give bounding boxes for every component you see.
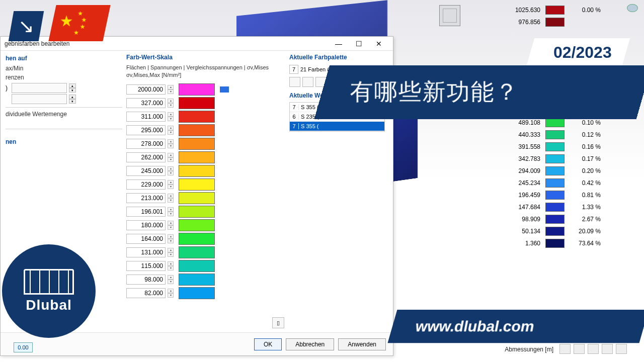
maximize-icon[interactable]: ☐: [349, 37, 369, 50]
scale-row[interactable]: 2000.000▴▾: [126, 83, 283, 97]
list-item[interactable]: 7S 355 (: [290, 122, 384, 131]
step-down-icon[interactable]: ▾: [168, 89, 174, 94]
color-swatch[interactable]: [179, 274, 215, 286]
step-up-icon[interactable]: ▴: [69, 83, 76, 88]
step-down-icon[interactable]: ▾: [168, 103, 174, 108]
scale-value[interactable]: 278.000: [126, 139, 166, 149]
step-down-icon[interactable]: ▾: [168, 280, 174, 284]
palette-tool-icon[interactable]: [289, 77, 300, 87]
corner-value[interactable]: 0.00: [14, 342, 33, 352]
step-down-icon[interactable]: ▾: [168, 252, 174, 257]
scale-value[interactable]: 164.000: [126, 234, 166, 244]
step-down-icon[interactable]: ▾: [168, 130, 174, 135]
scale-row[interactable]: 213.000▴▾: [126, 192, 283, 205]
scale-row[interactable]: 82.000▴▾: [126, 287, 283, 300]
scale-value[interactable]: 131.000: [126, 247, 166, 257]
color-swatch[interactable]: [179, 138, 215, 150]
step-down-icon[interactable]: ▾: [168, 171, 174, 175]
scale-row[interactable]: 262.000▴▾: [126, 151, 283, 164]
scale-value[interactable]: 213.000: [126, 193, 166, 203]
step-up-icon[interactable]: ▴: [168, 166, 174, 171]
scale-value[interactable]: 327.000: [126, 98, 166, 108]
color-swatch[interactable]: [179, 97, 215, 109]
color-swatch[interactable]: [179, 233, 215, 245]
scale-row[interactable]: 327.000▴▾: [126, 97, 283, 110]
color-swatch[interactable]: [179, 124, 215, 136]
step-down-icon[interactable]: ▾: [168, 266, 174, 270]
color-swatch[interactable]: [179, 111, 215, 123]
step-down-icon[interactable]: ▾: [168, 185, 174, 189]
step-up-icon[interactable]: ▴: [168, 112, 174, 117]
step-up-icon[interactable]: ▴: [168, 289, 174, 293]
color-swatch[interactable]: [179, 83, 215, 96]
limit-upper-input[interactable]: [12, 83, 67, 93]
step-down-icon[interactable]: ▾: [69, 88, 76, 93]
step-up-icon[interactable]: ▴: [168, 275, 174, 280]
color-swatch[interactable]: [179, 287, 215, 299]
scale-row[interactable]: 115.000▴▾: [126, 259, 283, 273]
minimize-icon[interactable]: —: [329, 37, 349, 50]
step-down-icon[interactable]: ▾: [69, 99, 76, 104]
tool-icon[interactable]: [602, 344, 613, 354]
scale-row[interactable]: 278.000▴▾: [126, 137, 283, 151]
step-down-icon[interactable]: ▾: [168, 212, 174, 216]
scale-list[interactable]: 2000.000▴▾327.000▴▾311.000▴▾295.000▴▾278…: [126, 83, 285, 320]
tool-icon[interactable]: [559, 344, 571, 354]
scale-row[interactable]: 131.000▴▾: [126, 246, 283, 259]
color-swatch[interactable]: [179, 246, 215, 258]
color-swatch[interactable]: [179, 260, 215, 272]
option-individual[interactable]: dividuelle Wertemenge: [6, 111, 122, 118]
view-cube[interactable]: [439, 5, 460, 26]
step-up-icon[interactable]: ▴: [168, 248, 174, 252]
scale-value[interactable]: 311.000: [126, 112, 166, 122]
palette-tool-icon[interactable]: [302, 77, 313, 87]
step-up-icon[interactable]: ▴: [168, 126, 174, 130]
step-up-icon[interactable]: ▴: [168, 261, 174, 266]
step-up-icon[interactable]: ▴: [168, 153, 174, 157]
scale-value[interactable]: 295.000: [126, 125, 166, 135]
close-icon[interactable]: ✕: [369, 37, 389, 50]
step-up-icon[interactable]: ▴: [168, 139, 174, 144]
scale-value[interactable]: 262.000: [126, 152, 166, 162]
scale-row[interactable]: 164.000▴▾: [126, 232, 283, 246]
scale-row[interactable]: 311.000▴▾: [126, 110, 283, 124]
color-swatch[interactable]: [179, 165, 215, 177]
visibility-icon[interactable]: [627, 4, 638, 12]
color-swatch[interactable]: [179, 206, 215, 218]
step-up-icon[interactable]: ▴: [168, 99, 174, 103]
color-swatch[interactable]: [179, 219, 215, 231]
limit-upper-spinner[interactable]: ) ▴▾: [6, 83, 122, 93]
step-down-icon[interactable]: ▾: [168, 225, 174, 230]
ok-button[interactable]: OK: [254, 338, 282, 350]
step-down-icon[interactable]: ▾: [168, 157, 174, 162]
option-maxmin[interactable]: ax/Min: [6, 65, 122, 72]
fill-scale-icon[interactable]: ▯: [272, 317, 284, 328]
scale-value[interactable]: 2000.000: [126, 84, 166, 95]
tool-icon[interactable]: [588, 344, 599, 354]
scale-row[interactable]: 196.001▴▾: [126, 205, 283, 219]
step-down-icon[interactable]: ▾: [168, 144, 174, 148]
color-swatch[interactable]: [179, 151, 215, 163]
step-up-icon[interactable]: ▴: [168, 207, 174, 212]
step-up-icon[interactable]: ▴: [168, 180, 174, 185]
step-up-icon[interactable]: ▴: [69, 95, 76, 99]
scale-value[interactable]: 115.000: [126, 261, 166, 271]
step-up-icon[interactable]: ▴: [168, 221, 174, 225]
step-up-icon[interactable]: ▴: [168, 85, 174, 89]
limit-lower-spinner[interactable]: ▴▾: [6, 94, 122, 104]
scale-value[interactable]: 245.000: [126, 166, 166, 176]
step-down-icon[interactable]: ▾: [168, 239, 174, 243]
step-up-icon[interactable]: ▴: [168, 194, 174, 198]
scale-row[interactable]: 295.000▴▾: [126, 124, 283, 137]
scale-value[interactable]: 82.000: [126, 288, 166, 298]
scale-row[interactable]: 245.000▴▾: [126, 164, 283, 178]
color-swatch[interactable]: [179, 178, 215, 191]
step-down-icon[interactable]: ▾: [168, 293, 174, 298]
tool-icon[interactable]: [616, 344, 627, 354]
step-down-icon[interactable]: ▾: [168, 117, 174, 121]
color-swatch[interactable]: [179, 192, 215, 204]
option-grenzen[interactable]: renzen: [6, 74, 122, 81]
scale-value[interactable]: 180.000: [126, 220, 166, 230]
step-down-icon[interactable]: ▾: [168, 198, 174, 203]
tool-icon[interactable]: [574, 344, 585, 354]
